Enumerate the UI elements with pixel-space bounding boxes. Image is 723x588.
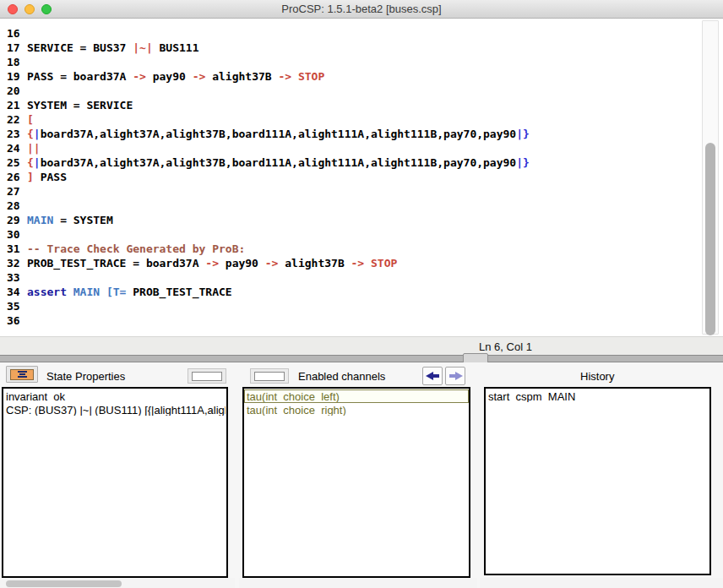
code-line: 26] PASS: [7, 170, 530, 184]
cursor-position: Ln 6, Col 1: [479, 340, 532, 353]
line-number: 18: [7, 55, 27, 69]
code-line: 21SYSTEM = SERVICE: [7, 98, 530, 112]
line-number: 21: [7, 98, 27, 112]
code-line: 16: [7, 26, 530, 41]
code-editor[interactable]: 1617SERVICE = BUS37 |~| BUS1111819PASS =…: [0, 19, 723, 336]
line-number: 27: [7, 184, 27, 199]
horizontal-splitter[interactable]: [0, 355, 723, 362]
status-bar: Ln 6, Col 1: [0, 336, 723, 355]
code-line: 18: [7, 55, 530, 69]
history-header: History: [580, 370, 614, 383]
hscrollbar-thumb[interactable]: [6, 580, 122, 587]
line-number: 24: [7, 141, 27, 155]
line-number: 23: [7, 127, 27, 141]
code-line: 22[: [7, 112, 530, 127]
list-item[interactable]: invariant_ok: [3, 389, 226, 403]
line-number: 30: [7, 227, 27, 242]
line-number: 28: [7, 199, 27, 213]
enabled-channels-header: Enabled channels: [298, 370, 385, 383]
line-number: 31: [7, 242, 27, 256]
forward-button[interactable]: [445, 367, 465, 385]
code-line: 27: [7, 184, 530, 199]
state-properties-blank-button[interactable]: [188, 368, 226, 384]
code-line: 25{|board37A,alight37A,alight37B,board11…: [7, 155, 530, 170]
right-arrow-icon: [448, 372, 463, 380]
enabled-channels-hscrollbar[interactable]: [239, 578, 477, 588]
window-title: ProCSP: 1.5.1-beta2 [buses.csp]: [0, 3, 723, 15]
bottom-panel: State Properties invariant_okCSP: (BUS37…: [0, 362, 723, 588]
list-item[interactable]: CSP: (BUS37) |~| (BUS111) [{|alight111A,…: [3, 403, 226, 416]
code-line: 20: [7, 84, 530, 98]
code-line: 30: [7, 227, 530, 242]
procsp-window: ProCSP: 1.5.1-beta2 [buses.csp] 1617SERV…: [0, 0, 723, 588]
code-lines: 1617SERVICE = BUS37 |~| BUS1111819PASS =…: [7, 26, 530, 328]
state-properties-hscrollbar[interactable]: [0, 578, 235, 588]
editor-vertical-scrollbar[interactable]: [702, 20, 719, 335]
line-number: 17: [7, 41, 27, 55]
history-hscrollbar[interactable]: [480, 578, 723, 588]
enabled-channels-list[interactable]: tau(int_choice_left)tau(int_choice_right…: [242, 387, 470, 578]
scrollbar-thumb[interactable]: [705, 143, 715, 335]
line-number: 25: [7, 155, 27, 170]
code-line: 28: [7, 199, 530, 213]
back-button[interactable]: [422, 367, 443, 385]
code-line: 19PASS = board37A -> pay90 -> alight37B …: [7, 69, 530, 84]
line-number: 29: [7, 213, 27, 227]
enabled-channels-blank-button[interactable]: [250, 368, 289, 384]
code-line: 33: [7, 270, 530, 285]
line-number: 16: [7, 26, 27, 41]
state-properties-list[interactable]: invariant_okCSP: (BUS37) |~| (BUS111) [{…: [2, 387, 228, 578]
line-number: 19: [7, 69, 27, 84]
line-number: 34: [7, 285, 27, 299]
line-number: 26: [7, 170, 27, 184]
code-line: 24||: [7, 141, 530, 155]
list-item[interactable]: start_cspm_MAIN: [486, 389, 709, 403]
code-line: 23{|board37A,alight37A,alight37B,board11…: [7, 127, 530, 141]
list-item[interactable]: tau(int_choice_left): [244, 389, 469, 403]
line-number: 35: [7, 299, 27, 313]
line-number: 33: [7, 270, 27, 285]
line-number: 22: [7, 112, 27, 127]
line-number: 32: [7, 256, 27, 270]
titlebar: ProCSP: 1.5.1-beta2 [buses.csp]: [0, 0, 723, 19]
line-number: 20: [7, 84, 27, 98]
code-line: 34assert MAIN [T= PROB_TEST_TRACE: [7, 285, 530, 299]
left-arrow-icon: [426, 372, 440, 380]
line-number: 36: [7, 313, 27, 328]
code-line: 36: [7, 313, 530, 328]
code-line: 31-- Trace Check Generated by ProB:: [7, 242, 530, 256]
state-list-icon: [10, 369, 34, 380]
code-line: 17SERVICE = BUS37 |~| BUS111: [7, 41, 530, 55]
list-item[interactable]: tau(int_choice_right): [244, 403, 469, 416]
history-list[interactable]: start_cspm_MAIN: [484, 387, 711, 575]
state-properties-header: State Properties: [46, 370, 125, 383]
code-line: 29MAIN = SYSTEM: [7, 213, 530, 227]
code-line: 32PROB_TEST_TRACE = board37A -> pay90 ->…: [7, 256, 530, 270]
state-properties-button[interactable]: [6, 366, 38, 383]
code-line: 35: [7, 299, 530, 313]
